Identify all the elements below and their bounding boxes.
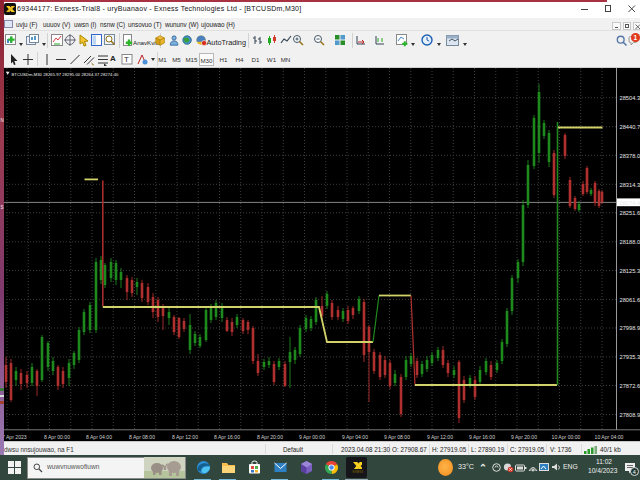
svg-text:10 Apr 00:00: 10 Apr 00:00 [552,434,581,440]
svg-text:9 Apr 12:00: 9 Apr 12:00 [427,434,453,440]
svg-text:27935.30: 27935.30 [620,354,640,360]
svg-text:28504.35: 28504.35 [620,95,640,101]
svg-text:8 Apr 00:00: 8 Apr 00:00 [44,434,70,440]
svg-text:28125.30: 28125.30 [620,268,640,274]
svg-text:9 Apr 16:00: 9 Apr 16:00 [469,434,495,440]
svg-text:8 Apr 08:00: 8 Apr 08:00 [129,434,155,440]
svg-text:28188.00: 28188.00 [620,239,640,245]
svg-text:28274.40: 28274.40 [620,200,640,206]
svg-text:9 Apr 20:00: 9 Apr 20:00 [511,434,537,440]
svg-text:8 Apr 12:00: 8 Apr 12:00 [172,434,198,440]
svg-text:28378.00: 28378.00 [620,153,640,159]
svg-text:27808.95: 27808.95 [620,412,640,418]
svg-text:28251.65: 28251.65 [620,210,640,216]
svg-text:9 Apr 04:00: 9 Apr 04:00 [342,434,368,440]
svg-text:9 Apr 00:00: 9 Apr 00:00 [299,434,325,440]
svg-text:BTCUSDm,M30 28265.97 28295.00: BTCUSDm,M30 28265.97 28295.00 28264.37 2… [12,72,120,77]
svg-text:T: T [124,55,129,64]
svg-text:9 Apr 08:00: 9 Apr 08:00 [384,434,410,440]
svg-text:27998.95: 27998.95 [620,325,640,331]
svg-text:7 Apr 2023: 7 Apr 2023 [2,434,27,440]
svg-text:8 Apr 16:00: 8 Apr 16:00 [214,434,240,440]
svg-text:8 Apr 20:00: 8 Apr 20:00 [257,434,283,440]
svg-text:28440.70: 28440.70 [620,124,640,130]
svg-text:8 Apr 04:00: 8 Apr 04:00 [86,434,112,440]
svg-text:28314.35: 28314.35 [620,182,640,188]
svg-text:27872.60: 27872.60 [620,383,640,389]
svg-text:28061.65: 28061.65 [620,297,640,303]
svg-text:10 Apr 04:00: 10 Apr 04:00 [595,434,624,440]
